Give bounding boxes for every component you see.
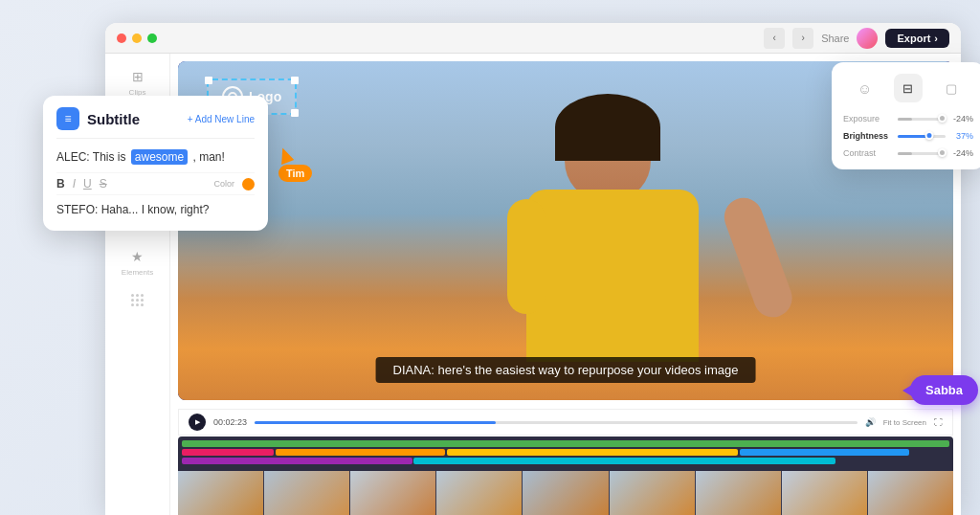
contrast-row: Contrast -24%	[843, 148, 973, 158]
adjust-tab-sliders[interactable]: ⊟	[894, 74, 923, 102]
adjust-panel: ☺ ⊟ ▢ Exposure -24% Brightness 37% Contr…	[832, 62, 980, 169]
brightness-label: Brightness	[843, 131, 893, 141]
underline-button[interactable]: U	[83, 177, 92, 190]
exposure-label: Exposure	[843, 114, 893, 123]
exposure-row: Exposure -24%	[843, 114, 973, 123]
brightness-row: Brightness 37%	[843, 131, 973, 141]
track-row-1	[182, 449, 949, 456]
track-segment-orange	[276, 449, 444, 456]
line1-prefix: ALEC: This is	[56, 150, 125, 164]
subtitle-icon: ≡	[56, 107, 79, 130]
minimize-button[interactable]	[132, 34, 142, 43]
timecode: 00:02:23	[213, 417, 247, 427]
track-row-2	[182, 458, 949, 464]
contrast-thumb	[938, 148, 947, 157]
thumb-1	[178, 471, 264, 515]
subtitle-line-1[interactable]: ALEC: This is awesome , man!	[56, 148, 255, 167]
tim-cursor: Tim	[269, 147, 312, 182]
progress-fill	[255, 421, 496, 424]
corner-tr	[291, 77, 299, 84]
color-label: Color	[213, 179, 234, 189]
track-segment-purple	[182, 458, 412, 464]
line1-suffix: , man!	[193, 150, 225, 164]
corner-br	[291, 109, 299, 117]
line1-highlight: awesome	[131, 149, 188, 165]
thumb-7	[696, 471, 782, 515]
thumb-3	[350, 471, 436, 515]
exposure-fill	[898, 118, 912, 121]
sabba-label: Sabba	[925, 383, 963, 397]
contrast-slider[interactable]	[898, 152, 946, 155]
cursor-arrow-shape	[277, 146, 295, 165]
bubble-arrow	[902, 385, 912, 396]
adjust-tabs: ☺ ⊟ ▢	[843, 74, 973, 102]
track-segment-pink	[182, 449, 274, 456]
thumb-6	[610, 471, 696, 515]
subtitle-line-2[interactable]: STEFO: Haha... I know, right?	[56, 201, 255, 219]
contrast-label: Contrast	[843, 148, 893, 158]
title-bar: ‹ › Share Export ›	[105, 23, 961, 54]
sidebar-item-elements[interactable]: ★ Elements	[113, 241, 163, 282]
video-caption: DIANA: here's the easiest way to repurpo…	[376, 357, 756, 383]
brightness-value: 37%	[950, 131, 973, 141]
thumb-4	[436, 471, 523, 515]
text-toolbar: B I U S Color	[56, 172, 255, 195]
play-button[interactable]: ▶	[189, 414, 206, 431]
sidebar-dots	[131, 294, 144, 306]
elements-icon: ★	[128, 247, 147, 266]
thumb-8	[782, 471, 868, 515]
add-new-line-button[interactable]: + Add New Line	[188, 114, 255, 124]
exposure-value: -24%	[950, 114, 973, 123]
tim-label: Tim	[278, 165, 312, 182]
brightness-slider[interactable]	[898, 135, 946, 138]
export-button[interactable]: Export ›	[885, 29, 949, 48]
adjust-tab-crop[interactable]: ▢	[937, 74, 966, 102]
thumb-9	[868, 471, 953, 515]
thumbnails-row	[178, 471, 953, 515]
track-segment-yellow	[447, 449, 739, 456]
fullscreen-button[interactable]	[147, 34, 157, 43]
fit-screen-label[interactable]: Fit to Screen	[883, 418, 926, 427]
color-picker[interactable]	[242, 178, 255, 190]
back-button[interactable]: ‹	[764, 28, 785, 49]
track-main	[182, 440, 949, 447]
timeline	[178, 437, 953, 515]
playback-controls: ▶ 00:02:23 🔊 Fit to Screen ⛶	[178, 409, 953, 436]
forward-button[interactable]: ›	[792, 28, 813, 49]
brightness-thumb	[924, 131, 933, 140]
clips-icon: ⊞	[128, 67, 147, 86]
subtitle-divider-1	[56, 138, 255, 139]
progress-bar[interactable]	[255, 421, 858, 424]
close-button[interactable]	[117, 34, 126, 43]
timeline-tracks	[178, 437, 953, 464]
person-silhouette	[488, 94, 775, 400]
sabba-bubble: Sabba	[910, 375, 978, 405]
thumb-2	[264, 471, 350, 515]
adjust-tab-face[interactable]: ☺	[851, 74, 880, 102]
exposure-thumb	[938, 114, 947, 123]
sidebar-item-label: Elements	[122, 268, 153, 277]
contrast-value: -24%	[950, 148, 973, 158]
track-segment-blue	[740, 449, 908, 456]
subtitle-panel-title: Subtitle	[87, 111, 140, 127]
subtitle-panel-header: ≡ Subtitle + Add New Line	[56, 107, 255, 130]
avatar	[857, 28, 878, 49]
exposure-slider[interactable]	[898, 118, 946, 121]
subtitle-panel: ≡ Subtitle + Add New Line ALEC: This is …	[43, 96, 268, 231]
track-segment-cyan	[413, 458, 835, 464]
corner-tl	[205, 77, 212, 84]
app-window: ‹ › Share Export › ⊞ Clips T Text ▣	[53, 10, 970, 515]
expand-icon[interactable]: ⛶	[934, 417, 943, 427]
volume-icon[interactable]: 🔊	[865, 417, 876, 427]
italic-button[interactable]: I	[73, 177, 76, 190]
bold-button[interactable]: B	[56, 177, 65, 190]
share-label: Share	[821, 33, 849, 44]
contrast-fill	[898, 152, 912, 155]
thumb-5	[523, 471, 609, 515]
strikethrough-button[interactable]: S	[100, 177, 107, 190]
